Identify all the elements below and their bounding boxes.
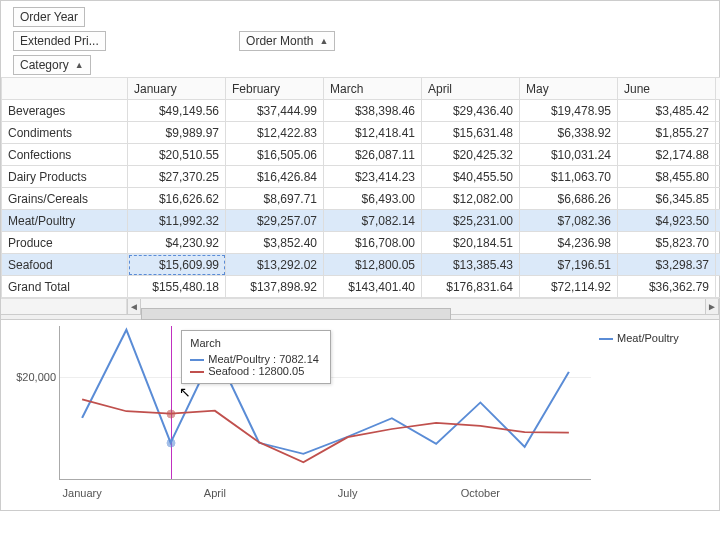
field-pill-category[interactable]: Category ▲ [13,55,91,75]
table-row[interactable]: Grains/Cereals$16,626.62$8,697.71$6,493.… [2,188,721,210]
data-cell[interactable]: $10,031.24 [520,144,618,166]
column-header[interactable]: May [520,78,618,100]
row-header-cell[interactable]: Condiments [2,122,128,144]
data-cell[interactable]: $20,425.32 [422,144,520,166]
tooltip-line: Seafood : 12800.05 [190,365,322,377]
scroll-right-button[interactable]: ► [705,299,719,314]
data-cell[interactable]: $16,626.62 [128,188,226,210]
data-cell-overflow [716,188,721,210]
table-row[interactable]: Beverages$49,149.56$37,444.99$38,398.46$… [2,100,721,122]
data-cell[interactable]: $49,149.56 [128,100,226,122]
data-cell-overflow [716,254,721,276]
data-cell[interactable]: $6,686.26 [520,188,618,210]
pivot-grid[interactable]: JanuaryFebruaryMarchAprilMayJuneJu Bever… [1,77,720,298]
table-row[interactable]: Produce$4,230.92$3,852.40$16,708.00$20,1… [2,232,721,254]
data-cell[interactable]: $16,708.00 [324,232,422,254]
row-header-cell[interactable]: Produce [2,232,128,254]
series-swatch-icon [190,371,204,373]
data-cell[interactable]: $15,631.48 [422,122,520,144]
row-header-cell[interactable]: Confections [2,144,128,166]
data-cell[interactable]: $8,455.80 [618,166,716,188]
data-cell[interactable]: $16,505.06 [226,144,324,166]
data-cell[interactable]: $13,292.02 [226,254,324,276]
data-cell[interactable]: $20,510.55 [128,144,226,166]
column-header[interactable]: March [324,78,422,100]
data-cell[interactable]: $27,370.25 [128,166,226,188]
chart-tooltip: March Meat/Poultry : 7082.14Seafood : 12… [181,330,331,384]
data-cell[interactable]: $3,298.37 [618,254,716,276]
data-cell[interactable]: $6,345.85 [618,188,716,210]
field-pill-label: Order Month [246,34,313,48]
field-pill-extended-price[interactable]: Extended Pri... [13,31,106,51]
row-header-cell[interactable]: Beverages [2,100,128,122]
data-cell[interactable]: $9,989.97 [128,122,226,144]
grand-total-row[interactable]: Grand Total$155,480.18$137,898.92$143,40… [2,276,721,298]
row-header-cell[interactable]: Grains/Cereals [2,188,128,210]
column-header[interactable]: February [226,78,324,100]
grand-total-cell: $137,898.92 [226,276,324,298]
data-cell[interactable]: $37,444.99 [226,100,324,122]
horizontal-scrollbar[interactable]: ◄ ► [1,298,719,314]
data-cell-overflow [716,232,721,254]
column-header[interactable]: June [618,78,716,100]
data-cell[interactable]: $38,398.46 [324,100,422,122]
row-header-cell[interactable]: Dairy Products [2,166,128,188]
chart-series-line [82,399,569,462]
data-cell[interactable]: $11,992.32 [128,210,226,232]
data-cell[interactable]: $7,082.36 [520,210,618,232]
data-cell[interactable]: $1,855.27 [618,122,716,144]
data-cell[interactable]: $29,436.40 [422,100,520,122]
scroll-left-button[interactable]: ◄ [127,299,141,314]
data-cell[interactable]: $26,087.11 [324,144,422,166]
table-row[interactable]: Confections$20,510.55$16,505.06$26,087.1… [2,144,721,166]
data-cell[interactable]: $40,455.50 [422,166,520,188]
row-header-cell[interactable]: Seafood [2,254,128,276]
data-cell[interactable]: $3,852.40 [226,232,324,254]
data-cell[interactable]: $19,478.95 [520,100,618,122]
scrollbar-thumb[interactable] [141,308,451,320]
legend-item[interactable]: Meat/Poultry [599,332,703,344]
chart-plot[interactable]: $20,000 JanuaryAprilJulyOctober March Me… [59,326,591,480]
data-cell[interactable]: $13,385.43 [422,254,520,276]
field-pill-order-year[interactable]: Order Year [13,7,85,27]
chart-marker [166,409,175,418]
data-cell[interactable]: $12,800.05 [324,254,422,276]
data-cell[interactable]: $12,418.41 [324,122,422,144]
data-cell[interactable]: $3,485.42 [618,100,716,122]
corner-cell [2,78,128,100]
field-pill-order-month[interactable]: Order Month ▲ [239,31,335,51]
table-row[interactable]: Dairy Products$27,370.25$16,426.84$23,41… [2,166,721,188]
row-header-cell[interactable]: Meat/Poultry [2,210,128,232]
data-cell[interactable]: $7,196.51 [520,254,618,276]
data-cell[interactable]: $12,422.83 [226,122,324,144]
data-cell[interactable]: $4,923.50 [618,210,716,232]
data-cell[interactable]: $6,493.00 [324,188,422,210]
data-cell[interactable]: $8,697.71 [226,188,324,210]
tooltip-line-text: Meat/Poultry : 7082.14 [208,353,319,365]
data-cell[interactable]: $29,257.07 [226,210,324,232]
table-row[interactable]: Meat/Poultry$11,992.32$29,257.07$7,082.1… [2,210,721,232]
table-row[interactable]: Condiments$9,989.97$12,422.83$12,418.41$… [2,122,721,144]
data-cell[interactable]: $4,236.98 [520,232,618,254]
data-cell[interactable]: $25,231.00 [422,210,520,232]
data-cell[interactable]: $6,338.92 [520,122,618,144]
column-header[interactable]: January [128,78,226,100]
column-header-overflow[interactable]: Ju [716,78,721,100]
data-cell[interactable]: $12,082.00 [422,188,520,210]
data-cell[interactable]: $20,184.51 [422,232,520,254]
data-cell[interactable]: $23,414.23 [324,166,422,188]
grand-total-cell: $143,401.40 [324,276,422,298]
data-cell[interactable]: $16,426.84 [226,166,324,188]
grand-total-cell: $36,362.79 [618,276,716,298]
data-cell[interactable]: $15,609.99 [128,254,226,276]
data-cell[interactable]: $2,174.88 [618,144,716,166]
x-axis-tick-label: October [461,487,500,499]
data-cell[interactable]: $7,082.14 [324,210,422,232]
data-cell[interactable]: $11,063.70 [520,166,618,188]
data-cell[interactable]: $4,230.92 [128,232,226,254]
table-row[interactable]: Seafood$15,609.99$13,292.02$12,800.05$13… [2,254,721,276]
column-header-row: JanuaryFebruaryMarchAprilMayJuneJu [2,78,721,100]
column-header[interactable]: April [422,78,520,100]
data-cell[interactable]: $5,823.70 [618,232,716,254]
grand-total-label: Grand Total [2,276,128,298]
